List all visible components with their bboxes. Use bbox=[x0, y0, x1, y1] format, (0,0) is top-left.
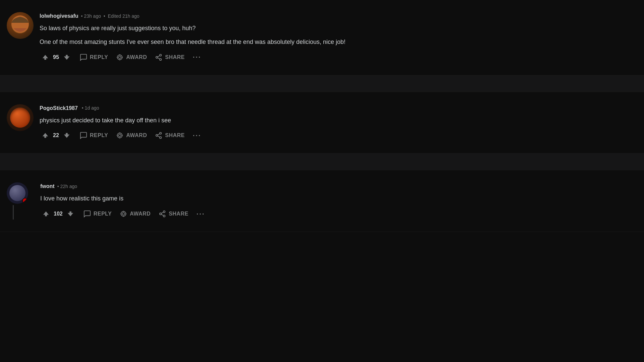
svg-point-11 bbox=[160, 137, 162, 139]
comment-2-content: PogoStick1987 • 1d ago physics just deci… bbox=[40, 104, 637, 141]
downvote-icon-1 bbox=[63, 54, 70, 61]
svg-point-1 bbox=[119, 56, 121, 58]
award-icon-3 bbox=[120, 210, 127, 218]
reply-button-3[interactable]: Reply bbox=[80, 208, 115, 220]
comment-3-header: fwont • 22h ago bbox=[40, 182, 637, 190]
divider-2 bbox=[0, 154, 644, 170]
avatar-lolwhogivesafu bbox=[7, 12, 34, 39]
timestamp-3: • 22h ago bbox=[57, 183, 77, 190]
comment-3-text: I love how realistic this game is bbox=[40, 194, 637, 203]
comment-1-content: lolwhogivesafu • 23h ago • Edited 21h ag… bbox=[40, 12, 637, 63]
award-button-3[interactable]: Award bbox=[116, 208, 154, 220]
comment-3: fwont • 22h ago I love how realistic thi… bbox=[0, 170, 644, 232]
reply-icon-1 bbox=[80, 54, 87, 61]
comment-1: lolwhogivesafu • 23h ago • Edited 21h ag… bbox=[0, 0, 644, 75]
svg-point-2 bbox=[160, 54, 162, 56]
comment-2: PogoStick1987 • 1d ago physics just deci… bbox=[0, 92, 644, 154]
comment-1-text: So laws of physics are really just sugge… bbox=[40, 23, 637, 47]
avatar-pogostick1987 bbox=[7, 104, 34, 131]
share-button-3[interactable]: Share bbox=[155, 208, 192, 220]
reply-icon-2 bbox=[80, 132, 87, 139]
svg-point-14 bbox=[121, 212, 126, 217]
comment-1-actions: 95 Reply bbox=[40, 52, 637, 63]
award-icon-2 bbox=[116, 132, 123, 139]
share-icon-2 bbox=[155, 132, 162, 139]
svg-line-20 bbox=[161, 212, 163, 214]
svg-line-6 bbox=[158, 56, 160, 57]
comment-2-actions: 22 Reply bbox=[40, 130, 637, 141]
svg-line-5 bbox=[158, 58, 160, 59]
username-fwont: fwont bbox=[40, 182, 55, 190]
svg-point-7 bbox=[117, 133, 122, 138]
upvote-button-1[interactable] bbox=[40, 52, 51, 62]
comment-2-text: physics just decided to take the day off… bbox=[40, 116, 637, 125]
svg-point-9 bbox=[160, 132, 162, 134]
award-button-2[interactable]: Award bbox=[113, 130, 150, 141]
svg-point-8 bbox=[119, 134, 121, 137]
more-button-2[interactable]: ··· bbox=[190, 130, 205, 141]
vote-count-2: 22 bbox=[53, 131, 59, 139]
upvote-icon-2 bbox=[42, 132, 49, 139]
upvote-button-3[interactable] bbox=[40, 209, 52, 219]
vote-section-3: 102 bbox=[40, 209, 76, 219]
avatar-fwont bbox=[7, 182, 28, 204]
downvote-button-3[interactable] bbox=[65, 209, 76, 219]
svg-point-18 bbox=[163, 215, 165, 217]
svg-point-4 bbox=[160, 58, 162, 60]
upvote-button-2[interactable] bbox=[40, 130, 51, 140]
share-icon-3 bbox=[159, 210, 166, 218]
svg-point-3 bbox=[156, 56, 158, 58]
share-button-2[interactable]: Share bbox=[152, 130, 188, 141]
downvote-button-2[interactable] bbox=[61, 130, 72, 140]
award-icon-1 bbox=[116, 54, 123, 61]
upvote-icon-3 bbox=[42, 210, 50, 218]
comment-1-header: lolwhogivesafu • 23h ago • Edited 21h ag… bbox=[40, 12, 637, 20]
comment-thread-bar bbox=[13, 205, 14, 220]
username-pogostick1987: PogoStick1987 bbox=[40, 104, 78, 112]
svg-point-0 bbox=[117, 55, 122, 60]
svg-line-13 bbox=[158, 134, 160, 135]
timestamp-2: • 1d ago bbox=[82, 105, 99, 112]
svg-line-19 bbox=[161, 215, 163, 216]
downvote-button-1[interactable] bbox=[61, 52, 72, 62]
svg-point-17 bbox=[160, 213, 162, 215]
svg-point-15 bbox=[122, 213, 124, 215]
reply-icon-3 bbox=[84, 210, 91, 218]
award-button-1[interactable]: Award bbox=[113, 52, 150, 63]
downvote-icon-3 bbox=[67, 210, 74, 218]
vote-section-1: 95 bbox=[40, 52, 72, 62]
comment-3-actions: 102 Reply bbox=[40, 208, 637, 220]
comments-container: lolwhogivesafu • 23h ago • Edited 21h ag… bbox=[0, 0, 644, 362]
reply-button-1[interactable]: Reply bbox=[76, 52, 111, 63]
vote-section-2: 22 bbox=[40, 130, 72, 140]
timestamp-1: • 23h ago • Edited 21h ago bbox=[81, 13, 140, 20]
upvote-icon-1 bbox=[42, 54, 49, 61]
comment-2-header: PogoStick1987 • 1d ago bbox=[40, 104, 637, 112]
share-button-1[interactable]: Share bbox=[152, 52, 188, 63]
share-icon-1 bbox=[155, 54, 162, 61]
fwont-badge bbox=[22, 198, 28, 204]
downvote-icon-2 bbox=[63, 132, 70, 139]
more-button-1[interactable]: ··· bbox=[190, 52, 205, 62]
divider-1 bbox=[0, 75, 644, 92]
comment-3-content: fwont • 22h ago I love how realistic thi… bbox=[40, 182, 637, 220]
reply-button-2[interactable]: Reply bbox=[76, 130, 111, 141]
more-button-3[interactable]: ··· bbox=[193, 209, 209, 219]
vote-count-3: 102 bbox=[54, 210, 63, 218]
svg-line-12 bbox=[158, 136, 160, 137]
svg-point-16 bbox=[163, 211, 165, 213]
svg-point-10 bbox=[156, 135, 158, 137]
username-lolwhogivesafu: lolwhogivesafu bbox=[40, 12, 78, 20]
vote-count-1: 95 bbox=[53, 53, 59, 61]
